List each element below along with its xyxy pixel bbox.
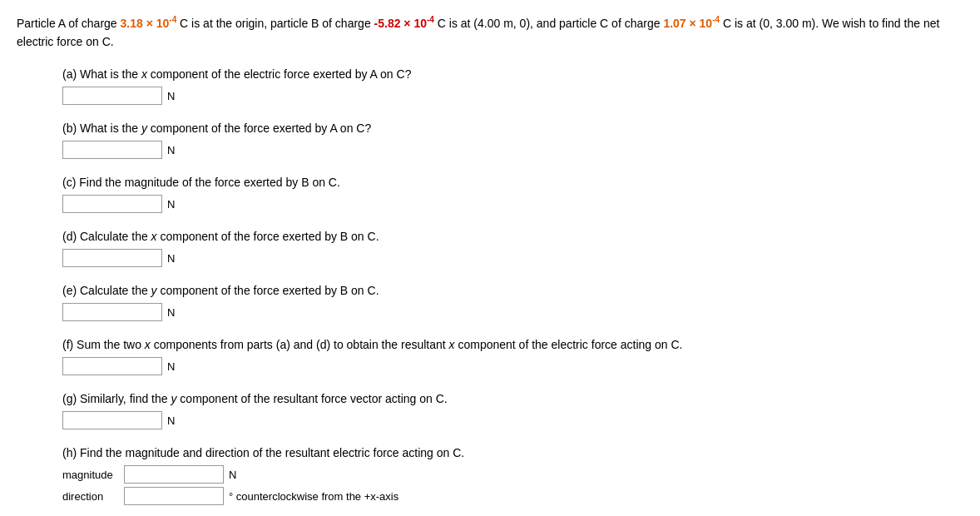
- answer-a-unit: N: [167, 90, 175, 102]
- answer-c-unit: N: [167, 198, 175, 211]
- intro-paragraph: Particle A of charge 3.18 × 10-4 C is at…: [17, 13, 963, 51]
- direction-unit: ° counterclockwise from the +x-axis: [229, 490, 398, 503]
- answer-b-unit: N: [167, 144, 175, 156]
- direction-label: direction: [62, 490, 121, 503]
- answer-g-unit: N: [167, 414, 175, 427]
- charge-c: 1.07 × 10-4: [663, 17, 720, 30]
- answer-a-input[interactable]: [62, 87, 162, 105]
- answer-e-input[interactable]: [62, 303, 162, 321]
- questions-container: (a) What is the x component of the elect…: [17, 66, 963, 505]
- magnitude-row: magnitude N: [62, 465, 963, 484]
- answer-b-input[interactable]: [62, 141, 162, 159]
- answer-f-unit: N: [167, 360, 175, 373]
- question-b-label: (b) What is the y component of the force…: [62, 120, 963, 137]
- answer-d-unit: N: [167, 252, 175, 265]
- answer-d-input[interactable]: [62, 249, 162, 267]
- question-h-label: (h) Find the magnitude and direction of …: [62, 444, 963, 462]
- question-a-block: (a) What is the x component of the elect…: [62, 66, 963, 105]
- question-g-block: (g) Similarly, find the y component of t…: [62, 390, 963, 429]
- question-e-block: (e) Calculate the y component of the for…: [62, 282, 963, 321]
- answer-f-input[interactable]: [62, 357, 162, 375]
- question-b-block: (b) What is the y component of the force…: [62, 120, 963, 159]
- answer-e-unit: N: [167, 306, 175, 319]
- magnitude-input[interactable]: [124, 465, 224, 484]
- direction-input[interactable]: [124, 487, 224, 505]
- charge-b: -5.82 × 10-4: [374, 17, 434, 30]
- question-f-label: (f) Sum the two x components from parts …: [62, 336, 963, 354]
- direction-row: direction ° counterclockwise from the +x…: [62, 487, 963, 505]
- question-d-block: (d) Calculate the x component of the for…: [62, 228, 963, 267]
- question-f-block: (f) Sum the two x components from parts …: [62, 336, 963, 375]
- magnitude-label: magnitude: [62, 469, 121, 481]
- question-c-block: (c) Find the magnitude of the force exer…: [62, 174, 963, 213]
- magnitude-unit: N: [229, 469, 236, 481]
- question-e-label: (e) Calculate the y component of the for…: [62, 282, 963, 300]
- question-a-label: (a) What is the x component of the elect…: [62, 66, 963, 83]
- answer-g-input[interactable]: [62, 411, 162, 429]
- question-c-label: (c) Find the magnitude of the force exer…: [62, 174, 963, 191]
- question-g-label: (g) Similarly, find the y component of t…: [62, 390, 963, 408]
- charge-a: 3.18 × 10-4: [121, 17, 177, 30]
- answer-c-input[interactable]: [62, 195, 162, 213]
- question-h-block: (h) Find the magnitude and direction of …: [62, 444, 963, 505]
- question-d-label: (d) Calculate the x component of the for…: [62, 228, 963, 246]
